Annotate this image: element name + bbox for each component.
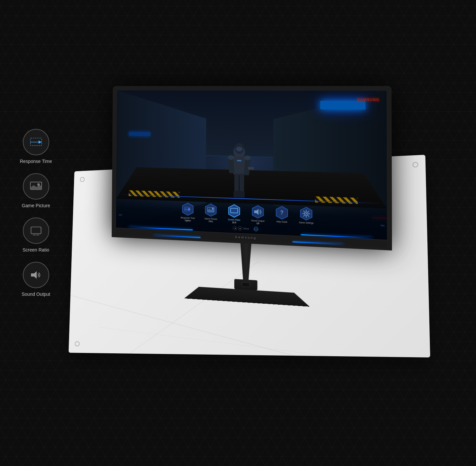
svg-marker-13 <box>31 271 36 279</box>
osd-item-game-settings: Game Settings <box>295 206 318 225</box>
svg-rect-8 <box>31 227 41 234</box>
bezel-led-right <box>293 241 343 245</box>
monitor-frame: SAMSUNG »»» ««« <box>112 86 392 251</box>
game-picture-icon <box>30 180 42 193</box>
svg-rect-25 <box>237 160 242 161</box>
osd-item-sound-output: Sound Output Off <box>247 204 269 225</box>
screen-ratio-icon <box>30 224 42 237</box>
screen-ratio-label: Screen Ratio <box>22 247 49 252</box>
game-picture-label: Game Picture <box>22 203 50 208</box>
osd-nav-ok-circle: OK <box>254 227 258 231</box>
svg-rect-24 <box>239 191 245 198</box>
osd-value-screen-ratio: 16:9 <box>232 221 236 224</box>
left-menu-panel: Response Time Game Picture Screen Ratio <box>20 129 52 306</box>
character-svg <box>224 141 254 202</box>
menu-item-sound-output[interactable]: Sound Output <box>21 262 50 297</box>
osd-nav-move-label: Move <box>243 227 249 230</box>
stand-joint-logo <box>242 282 250 288</box>
svg-marker-35 <box>229 204 240 217</box>
osd-nav-ok: OK <box>254 227 259 231</box>
sound-output-icon <box>30 269 42 281</box>
sound-output-label: Sound Output <box>21 291 50 297</box>
osd-label-game-settings: Game Settings <box>299 221 313 224</box>
monitor-wrapper: SAMSUNG »»» ««« <box>111 86 392 312</box>
bezel-led-left <box>154 235 200 238</box>
osd-item-screen-ratio: Screen Ratio 16:9 <box>223 204 245 224</box>
response-time-icon <box>30 136 42 148</box>
character-figure <box>224 141 254 202</box>
stand-neck <box>237 243 255 281</box>
response-time-label: Response Time <box>20 159 52 164</box>
osd-hex-sound-output <box>251 205 265 219</box>
svg-rect-22 <box>240 174 244 194</box>
osd-hex-screen-ratio <box>227 204 241 218</box>
svg-point-27 <box>244 155 251 160</box>
svg-point-7 <box>37 183 40 186</box>
svg-rect-17 <box>233 157 245 175</box>
osd-nav-circle-left: ◄ <box>233 226 237 230</box>
osd-nav-left-right: ◄ ► Move <box>233 226 249 231</box>
sound-output-icon-circle <box>23 262 49 288</box>
osd-hex-help-guide: ? <box>275 205 289 220</box>
menu-item-response-time[interactable]: Response Time <box>20 129 52 164</box>
osd-nav-circle-right: ► <box>238 226 243 231</box>
svg-rect-20 <box>248 167 254 170</box>
osd-item-game-picture: Game Picture FPS <box>200 203 222 223</box>
svg-line-2 <box>99 327 329 356</box>
svg-text:?: ? <box>280 210 284 215</box>
screen-ratio-icon-circle <box>23 217 49 244</box>
svg-rect-9 <box>31 233 41 234</box>
osd-menu: Response Time Option <box>177 202 318 227</box>
osd-right-arrows: ««« <box>380 223 384 227</box>
game-picture-icon-circle <box>23 173 49 200</box>
glow-mid-left <box>129 132 150 136</box>
osd-item-help-guide: ? Help Guide <box>270 205 293 224</box>
response-time-icon-circle <box>23 129 49 155</box>
menu-item-screen-ratio[interactable]: Screen Ratio <box>22 217 49 252</box>
osd-label-help-guide: Help Guide <box>276 220 287 223</box>
svg-marker-5 <box>38 140 42 144</box>
osd-hex-game-picture <box>204 203 218 217</box>
svg-rect-23 <box>234 191 240 198</box>
samsung-logo: Samsung <box>235 235 257 239</box>
stand-joint <box>234 279 258 291</box>
osd-value-game-picture: FPS <box>209 220 213 223</box>
osd-value-sound-output: Off <box>257 222 259 224</box>
osd-left-arrows: »»» <box>118 213 122 216</box>
game-scene: SAMSUNG »»» ««« <box>116 90 387 240</box>
osd-nav-row: ◄ ► Move OK <box>233 226 259 231</box>
osd-item-response-time: Response Time Option <box>177 202 199 222</box>
scene-logo: SAMSUNG <box>357 97 379 102</box>
osd-value-response-time: Option <box>185 219 191 222</box>
glow-top-right <box>320 101 366 110</box>
osd-hex-game-settings <box>299 206 313 221</box>
osd-hex-response-time <box>181 202 195 216</box>
svg-rect-21 <box>234 174 239 194</box>
menu-item-game-picture[interactable]: Game Picture <box>22 173 50 208</box>
